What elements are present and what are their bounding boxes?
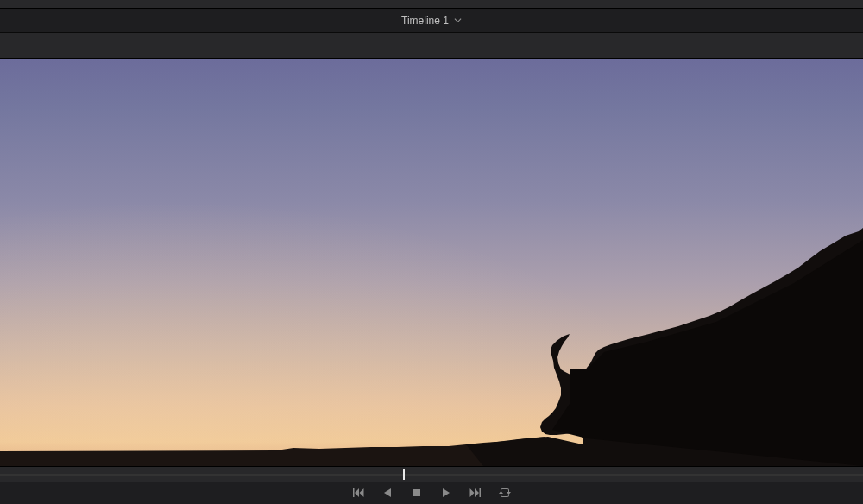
stop-icon xyxy=(410,486,424,500)
play-reverse-icon xyxy=(381,486,394,500)
top-toolbar xyxy=(0,0,863,9)
video-viewer[interactable] xyxy=(0,59,863,466)
step-back-button[interactable] xyxy=(379,484,396,501)
loop-icon xyxy=(498,486,512,500)
stop-button[interactable] xyxy=(408,484,425,501)
playhead-marker[interactable] xyxy=(403,469,405,480)
svg-rect-2 xyxy=(413,489,420,496)
next-clip-button[interactable] xyxy=(467,484,484,501)
play-button[interactable] xyxy=(438,484,455,501)
video-frame xyxy=(0,59,863,466)
skip-forward-icon xyxy=(469,486,482,500)
loop-button[interactable] xyxy=(496,484,513,501)
viewer-sub-toolbar xyxy=(0,33,863,59)
play-icon xyxy=(439,486,453,500)
timeline-label: Timeline 1 xyxy=(401,15,449,27)
chevron-down-icon xyxy=(454,16,462,24)
skip-back-icon xyxy=(351,486,365,500)
transport-controls xyxy=(0,482,863,504)
previous-clip-button[interactable] xyxy=(350,484,367,501)
scrubber-bar[interactable] xyxy=(0,466,863,482)
timeline-dropdown[interactable]: Timeline 1 xyxy=(401,15,462,27)
scrubber-track xyxy=(0,474,863,476)
viewer-title-bar: Timeline 1 xyxy=(0,9,863,33)
